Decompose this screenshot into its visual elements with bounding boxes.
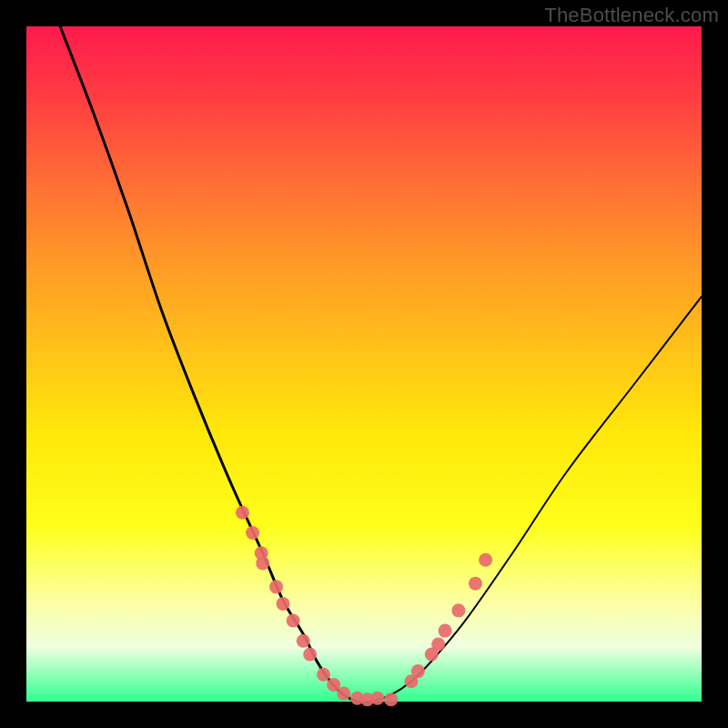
data-marker	[411, 664, 425, 678]
data-marker	[431, 637, 445, 651]
data-marker	[246, 526, 259, 540]
data-marker	[337, 687, 350, 701]
data-marker	[269, 580, 283, 593]
data-marker	[317, 668, 330, 682]
data-marker	[479, 553, 492, 567]
series-left-branch	[60, 26, 357, 702]
data-marker	[287, 613, 300, 627]
data-marker	[303, 648, 317, 662]
data-marker	[236, 506, 249, 520]
data-marker	[439, 624, 452, 638]
series-right-branch	[358, 297, 702, 703]
data-marker	[276, 597, 289, 611]
source-label: TheBottleneck.com	[544, 4, 719, 27]
data-marker	[256, 556, 269, 570]
data-marker	[384, 693, 398, 706]
data-marker	[370, 692, 384, 705]
data-marker	[451, 603, 465, 617]
chart-frame: TheBottleneck.com	[0, 0, 728, 728]
data-marker	[297, 634, 310, 648]
data-marker	[469, 577, 482, 591]
curve-layer	[26, 26, 702, 702]
plot-area	[26, 26, 702, 702]
